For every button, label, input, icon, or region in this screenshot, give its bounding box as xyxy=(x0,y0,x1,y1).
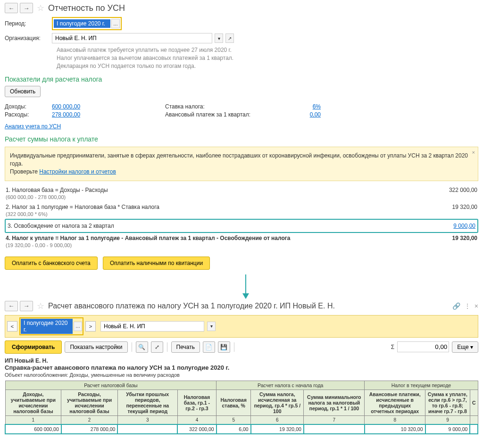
forward-button[interactable]: → xyxy=(20,3,33,13)
period-next-button[interactable]: > xyxy=(85,321,96,332)
close-icon[interactable]: × xyxy=(475,302,478,310)
page-title: Отчетность по УСН xyxy=(48,3,125,13)
forward-button-2[interactable]: → xyxy=(20,301,33,311)
preview-icon[interactable]: 📄 xyxy=(203,341,215,353)
ip-name: ИП Новый Е. Н. xyxy=(5,357,478,364)
back-button-2[interactable]: ← xyxy=(5,301,18,311)
calc-item-4: 4. Налог к уплате = Налог за 1 полугодие… xyxy=(6,235,430,248)
section-calculation: Расчет суммы налога к уплате xyxy=(5,135,478,143)
calc-val-1: 322 000,00 xyxy=(430,187,477,193)
more-button[interactable]: Еще ▾ xyxy=(452,341,478,353)
save-icon[interactable]: 💾 xyxy=(218,341,230,353)
advance-value[interactable]: 0,00 xyxy=(274,111,321,118)
expense-label: Расходы: xyxy=(5,111,52,118)
calc-item-1: 1. Налоговая база = Доходы - Расходы (60… xyxy=(6,187,430,200)
sum-input[interactable] xyxy=(397,341,449,352)
print-button[interactable]: Печать xyxy=(171,341,200,353)
advance-label: Авансовый платеж за 1 квартал: xyxy=(165,111,274,118)
period-field-2[interactable]: I полугодие 2020 г. … xyxy=(19,317,83,335)
back-button[interactable]: ← xyxy=(5,3,18,13)
page-title-2: Расчет авансового платежа по налогу УСН … xyxy=(48,302,335,310)
income-value[interactable]: 600 000,00 xyxy=(52,103,80,110)
calc-item-3: 3. Освобождение от налога за 2 квартал xyxy=(8,223,428,229)
rate-value[interactable]: 6% xyxy=(274,103,321,110)
expand-icon[interactable]: ⤢ xyxy=(151,341,163,353)
alert-close-icon[interactable]: × xyxy=(472,149,475,156)
income-label: Доходы: xyxy=(5,103,52,110)
calc-val-2: 19 320,00 xyxy=(430,204,477,210)
form-button[interactable]: Сформировать xyxy=(5,340,62,354)
calc-val-4: 19 320,00 xyxy=(430,235,477,241)
search-icon[interactable]: 🔍 xyxy=(136,341,148,353)
favorite-icon-2[interactable]: ☆ xyxy=(37,301,44,311)
section-indicators: Показатели для расчета налога xyxy=(5,75,478,83)
alert-settings-link[interactable]: Настройки налогов и отчетов xyxy=(39,168,116,175)
favorite-icon[interactable]: ☆ xyxy=(37,3,44,13)
org-dropdown-icon[interactable]: ▾ xyxy=(215,33,223,43)
rate-label: Ставка налога: xyxy=(165,103,274,110)
org-dropdown-icon-2[interactable]: ▾ xyxy=(207,322,216,331)
pay-bank-button[interactable]: Оплатить с банковского счета xyxy=(5,257,98,270)
report-subtitle: Объект налогообложения: Доходы, уменьшен… xyxy=(5,372,478,378)
table-row-highlighted[interactable]: 600 000,00278 000,00322 000,006,0019 320… xyxy=(5,424,478,434)
org-input-2[interactable] xyxy=(100,321,204,332)
period-select-icon[interactable]: … xyxy=(111,19,120,28)
org-open-icon[interactable]: ↗ xyxy=(225,33,234,43)
calc-item-2: 2. Налог за 1 полугодие = Налоговая база… xyxy=(6,204,430,217)
sum-icon: Σ xyxy=(391,344,394,350)
period-field[interactable]: I полугодие 2020 г. … xyxy=(52,17,122,30)
report-title: Справка-расчет авансового платежа по нал… xyxy=(5,364,478,371)
report-table: Расчет налоговой базы Расчет налога с на… xyxy=(5,381,478,434)
info-text: Авансовый платеж требуется уплатить не п… xyxy=(57,46,478,70)
show-settings-button[interactable]: Показать настройки xyxy=(65,341,127,353)
org-input[interactable] xyxy=(52,33,212,43)
alert-box: × Индивидуальные предприниматели, заняты… xyxy=(5,147,478,181)
analysis-link[interactable]: Анализ учета по УСН xyxy=(5,123,61,130)
calc-val-3-link[interactable]: 9 000,00 xyxy=(428,223,475,229)
attach-icon[interactable]: 🔗 xyxy=(452,302,460,310)
org-label: Организация: xyxy=(5,35,47,41)
pay-cash-button[interactable]: Оплатить наличными по квитанции xyxy=(103,257,210,270)
period-prev-button[interactable]: < xyxy=(7,321,17,332)
period-label: Период: xyxy=(5,20,47,27)
period-select-icon-2[interactable]: … xyxy=(74,322,82,331)
expense-value[interactable]: 278 000,00 xyxy=(52,111,80,118)
menu-icon[interactable]: ⋮ xyxy=(464,302,471,310)
refresh-button[interactable]: Обновить xyxy=(5,86,41,97)
